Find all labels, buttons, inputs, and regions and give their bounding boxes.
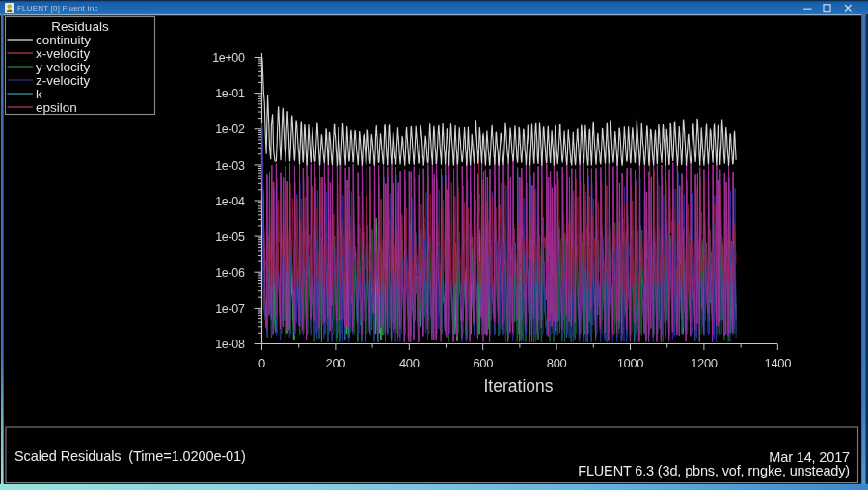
svg-text:1000: 1000: [617, 356, 644, 370]
svg-text:1e-02: 1e-02: [215, 122, 245, 136]
svg-text:800: 800: [547, 356, 567, 370]
svg-text:1e-08: 1e-08: [215, 338, 245, 351]
svg-text:0: 0: [258, 356, 265, 370]
svg-text:Residuals: Residuals: [51, 19, 109, 34]
svg-text:1e-03: 1e-03: [215, 159, 245, 173]
svg-text:k: k: [36, 87, 42, 101]
svg-text:Scaled Residuals (Time=1.0200: Scaled Residuals (Time=1.0200e-01): [14, 449, 246, 464]
svg-text:1e-01: 1e-01: [215, 87, 245, 100]
svg-text:FLUENT [0] Fluent Inc: FLUENT [0] Fluent Inc: [17, 4, 98, 13]
svg-text:200: 200: [326, 356, 346, 370]
svg-text:1e-05: 1e-05: [215, 231, 245, 244]
svg-text:400: 400: [399, 356, 420, 370]
svg-text:1e-06: 1e-06: [215, 266, 245, 280]
svg-text:continuity: continuity: [36, 33, 91, 47]
svg-text:1e-07: 1e-07: [215, 302, 245, 315]
svg-text:epsilon: epsilon: [36, 100, 77, 115]
svg-text:y-velocity: y-velocity: [36, 60, 91, 74]
svg-text:1200: 1200: [691, 356, 718, 370]
svg-text:600: 600: [473, 356, 493, 370]
svg-text:1e+00: 1e+00: [212, 51, 245, 65]
svg-text:1e-04: 1e-04: [215, 195, 245, 208]
svg-text:FLUENT 6.3 (3d, pbns, vof, rng: FLUENT 6.3 (3d, pbns, vof, rngke, unstea…: [578, 463, 850, 478]
svg-text:x-velocity: x-velocity: [36, 46, 91, 61]
svg-text:z-velocity: z-velocity: [36, 73, 91, 88]
svg-text:Iterations: Iterations: [484, 376, 554, 395]
svg-text:1400: 1400: [765, 356, 792, 370]
